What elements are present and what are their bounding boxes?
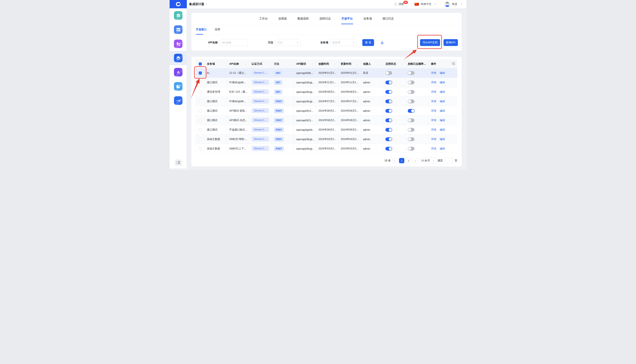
- ignore-log-toggle[interactable]: [408, 90, 414, 94]
- ignore-log-toggle[interactable]: [408, 118, 414, 122]
- app-logo[interactable]: [170, 0, 187, 8]
- ignore-log-toggle[interactable]: [408, 80, 414, 84]
- tab-5[interactable]: 业务域: [363, 13, 372, 24]
- row-checkbox[interactable]: [199, 147, 202, 150]
- ignore-log-toggle[interactable]: [408, 100, 414, 103]
- column-menu-icon[interactable]: ⋮: [426, 62, 428, 66]
- edit-link[interactable]: 编辑: [440, 71, 445, 74]
- enabled-toggle[interactable]: [385, 118, 392, 122]
- cell-updated: 2024年07月2...: [338, 97, 361, 106]
- table-row: 接口测试API测试-获取...Oinone Co...POSTopenapi/6…: [196, 106, 457, 116]
- search-button[interactable]: 搜 索: [362, 39, 374, 46]
- sidebar-collapse-button[interactable]: [175, 159, 182, 166]
- detail-link[interactable]: 详情: [431, 147, 436, 150]
- sidebar-item-cube-app[interactable]: [170, 8, 187, 22]
- sidebar-item-pie-app[interactable]: [170, 79, 187, 94]
- edit-link[interactable]: 编辑: [440, 118, 445, 122]
- sidebar-item-layers-app[interactable]: [170, 51, 187, 65]
- row-checkbox[interactable]: [199, 90, 202, 94]
- clear-filters-button[interactable]: [380, 40, 384, 45]
- page-button-2[interactable]: 2: [406, 158, 411, 163]
- column-menu-icon[interactable]: ⋮: [222, 62, 225, 66]
- detail-link[interactable]: 详情: [431, 118, 436, 122]
- enabled-toggle[interactable]: [385, 100, 392, 103]
- user-caret-icon[interactable]: ▼: [460, 3, 462, 5]
- domain-select[interactable]: 业务域∨: [330, 39, 357, 46]
- column-menu-icon[interactable]: ⋮: [267, 62, 269, 66]
- detail-link[interactable]: 详情: [431, 138, 436, 140]
- enabled-toggle[interactable]: [385, 80, 392, 84]
- row-checkbox[interactable]: [199, 109, 202, 112]
- column-menu-icon[interactable]: ⋮: [400, 62, 403, 66]
- column-menu-icon[interactable]: ⋮: [334, 62, 336, 66]
- column-menu-icon[interactable]: ⋮: [356, 62, 358, 66]
- column-settings-icon[interactable]: [452, 62, 455, 66]
- edit-link[interactable]: 编辑: [440, 81, 445, 84]
- ignore-log-toggle[interactable]: [408, 137, 414, 141]
- row-checkbox[interactable]: [199, 128, 202, 131]
- method-select[interactable]: 方法∨: [275, 39, 301, 46]
- subtab-1[interactable]: 应用: [215, 24, 220, 34]
- row-checkbox[interactable]: [199, 138, 202, 141]
- edit-link[interactable]: 编辑: [440, 128, 445, 131]
- tab-3[interactable]: 流程日志: [320, 13, 331, 24]
- select-all-checkbox[interactable]: −: [199, 62, 202, 66]
- edit-link[interactable]: 编辑: [440, 90, 445, 93]
- username[interactable]: 风灵: [452, 2, 457, 6]
- enabled-toggle[interactable]: [385, 128, 392, 132]
- app-title[interactable]: 集成设计器: [189, 2, 204, 6]
- detail-link[interactable]: 详情: [431, 128, 436, 131]
- edit-link[interactable]: 编辑: [440, 100, 445, 103]
- sidebar-item-layout-app[interactable]: [170, 22, 187, 37]
- enabled-toggle[interactable]: [385, 147, 392, 150]
- detail-link[interactable]: 详情: [431, 109, 436, 112]
- row-checkbox[interactable]: [199, 81, 202, 84]
- next-page-button[interactable]: ›: [413, 158, 418, 163]
- row-checkbox[interactable]: ✓: [199, 72, 202, 74]
- api-name-input[interactable]: [220, 39, 248, 46]
- tab-1[interactable]: 连接器: [278, 13, 287, 24]
- sidebar-item-orgflow-app[interactable]: [170, 37, 187, 51]
- detail-link[interactable]: 详情: [431, 81, 436, 84]
- page-button-1[interactable]: 1: [399, 158, 404, 163]
- ignore-log-toggle[interactable]: [408, 128, 414, 132]
- tab-2[interactable]: 数据流程: [298, 13, 309, 24]
- table-row: 基础主数据Old钉钉考勤-...Oinone Co...POSTopenapi/…: [196, 134, 457, 144]
- jump-page-input[interactable]: [444, 158, 453, 164]
- tab-6[interactable]: 接口日志: [383, 13, 394, 24]
- detail-link[interactable]: 详情: [431, 100, 436, 103]
- ignore-log-toggle[interactable]: [408, 71, 414, 75]
- edit-link[interactable]: 编辑: [440, 109, 445, 112]
- prev-page-button[interactable]: ‹: [392, 158, 397, 163]
- row-checkbox[interactable]: [199, 100, 202, 103]
- sidebar-item-shuffle-app[interactable]: [170, 94, 187, 108]
- tab-4[interactable]: 开放平台: [341, 13, 353, 24]
- enabled-toggle[interactable]: [385, 90, 392, 94]
- enabled-toggle[interactable]: [385, 137, 392, 141]
- edit-link[interactable]: 编辑: [440, 138, 445, 140]
- user-avatar[interactable]: [444, 1, 450, 7]
- messages-button[interactable]: 消息 53: [394, 2, 404, 6]
- table-row: 接口测试叶落dingtalk...Oinone Co...POSTopenapi…: [196, 97, 457, 106]
- row-checkbox[interactable]: [199, 119, 202, 122]
- subtab-0[interactable]: 开放接口: [196, 24, 207, 34]
- ignore-log-toggle[interactable]: [408, 147, 414, 150]
- detail-link[interactable]: 详情: [431, 71, 436, 74]
- language-selector[interactable]: 简体中文: [421, 2, 431, 6]
- column-menu-icon[interactable]: ⋮: [289, 62, 292, 66]
- detail-link[interactable]: 详情: [431, 90, 436, 93]
- language-caret-icon[interactable]: ▼: [434, 3, 436, 5]
- enabled-toggle[interactable]: [385, 71, 392, 75]
- edit-link[interactable]: 编辑: [440, 147, 445, 150]
- enabled-toggle[interactable]: [385, 109, 392, 113]
- column-menu-icon[interactable]: ⋮: [244, 62, 247, 66]
- column-menu-icon[interactable]: ⋮: [378, 62, 381, 66]
- tab-0[interactable]: 工作台: [259, 13, 268, 24]
- sidebar-item-ai-app[interactable]: A: [170, 65, 187, 79]
- add-api-button[interactable]: 新增API: [443, 39, 458, 46]
- app-title-caret-icon[interactable]: ▼: [205, 3, 207, 5]
- ignore-log-toggle[interactable]: [408, 109, 414, 113]
- column-menu-icon[interactable]: ⋮: [311, 62, 314, 66]
- page-size-select[interactable]: 15 条/页∨: [419, 158, 436, 164]
- export-api-doc-button[interactable]: 导出API文档: [420, 39, 440, 46]
